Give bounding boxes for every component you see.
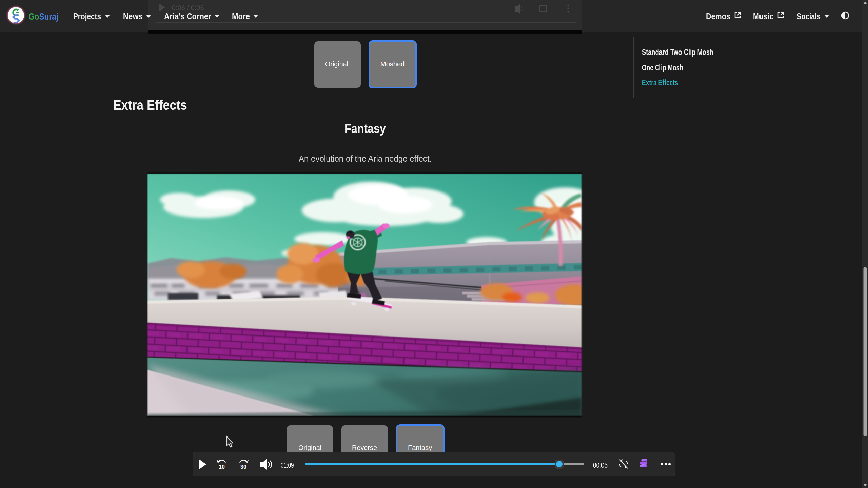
svg-text:10: 10 [219,464,225,470]
svg-text:30: 30 [240,464,246,470]
svg-text:0:06 / 0:06: 0:06 / 0:06 [172,4,204,12]
